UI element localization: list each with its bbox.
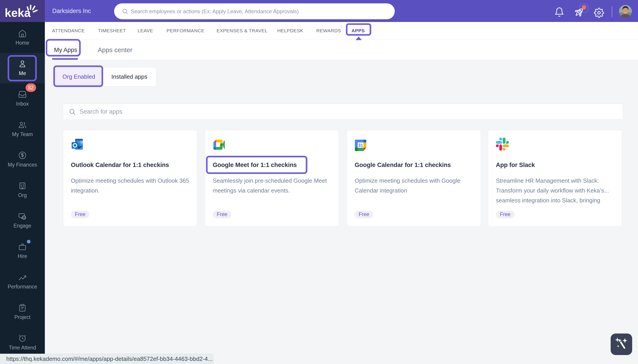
svg-text:keka: keka — [5, 6, 31, 19]
svg-text:31: 31 — [358, 143, 363, 148]
